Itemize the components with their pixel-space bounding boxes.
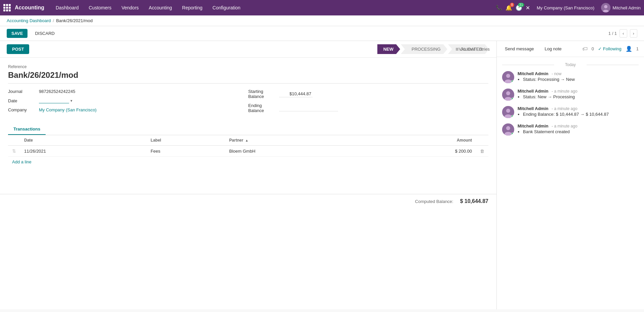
tx-delete[interactable]: 🗑 (476, 146, 488, 157)
chatter-content-4: Bank Statement created (518, 129, 639, 134)
chatter-content-1: Status: Processing → New (518, 77, 639, 82)
tab-transactions[interactable]: Transactions (8, 124, 46, 135)
status-step-new[interactable]: NEW (377, 44, 400, 54)
ending-balance-input[interactable]: $10,644.87 (279, 105, 338, 111)
app-name: Accounting (15, 5, 44, 11)
action-bar-right: 1 / 1 ‹ › (608, 29, 637, 38)
svg-point-13 (506, 126, 510, 130)
date-field-row: Date 11/26/2021 ▾ (8, 98, 248, 103)
avatar-3 (502, 106, 514, 118)
company-label: Company (8, 107, 35, 112)
chatter-message-3: Mitchell Admin - a minute ago Ending Bal… (502, 106, 639, 118)
date-label: Date (8, 98, 35, 103)
chatter-time-4: - a minute ago (552, 124, 578, 128)
content-wrapper: POST NEW PROCESSING VALIDATED ≡ Journal … (0, 41, 644, 309)
app-menu[interactable]: Accounting (3, 4, 44, 11)
company-value[interactable]: My Company (San Francisco) (39, 107, 97, 112)
activity-badge: 31 (518, 3, 524, 7)
table-row: ⇅ 11/26/2021 Fees Bloem GmbH $ 200.00 🗑 (8, 146, 488, 157)
notifications-icon[interactable]: 🔔 8 (505, 5, 512, 11)
chatter-item-4-0: Bank Statement created (523, 129, 639, 134)
nav-customers[interactable]: Customers (84, 0, 116, 15)
date-dropdown-icon[interactable]: ▾ (70, 99, 72, 103)
online-indicator-3 (511, 115, 514, 118)
online-indicator (511, 80, 514, 83)
svg-point-10 (506, 109, 510, 113)
chatter-author-2: Mitchell Admin (518, 89, 548, 94)
discard-button[interactable]: DISCARD (30, 29, 59, 38)
journal-value: 987262524242245 (39, 89, 75, 94)
followers-icon: 🏷 (582, 46, 588, 52)
tx-label[interactable]: Fees (147, 146, 225, 157)
computed-balance-label: Computed Balance: (415, 199, 453, 204)
reference-value: Bank/26/2021/mod (8, 70, 488, 80)
following-button[interactable]: ✓ Following (598, 46, 622, 51)
grid-icon[interactable] (3, 4, 11, 11)
status-step-processing[interactable]: PROCESSING (401, 44, 447, 54)
save-button[interactable]: SAVE (7, 29, 28, 38)
chatter-item-2-0: Status: New → Processing (523, 94, 639, 99)
svg-point-1 (604, 5, 607, 8)
nav-accounting[interactable]: Accounting (144, 0, 177, 15)
form-reference: Reference Bank/26/2021/mod (8, 64, 488, 84)
starting-balance-value: $10,444.87 (279, 91, 313, 97)
send-message-button[interactable]: Send message (502, 45, 537, 53)
right-panel-header: Send message Log note 🏷 0 ✓ Following 👤 … (497, 41, 644, 57)
chatter-content-2: Status: New → Processing (518, 94, 639, 99)
chatter-message-1: Mitchell Admin - now Status: Processing … (502, 71, 639, 83)
starting-balance-label: Starting Balance (248, 89, 275, 99)
pagination: 1 / 1 (608, 31, 617, 36)
th-amount: Amount (370, 135, 476, 146)
tx-amount: $ 200.00 (370, 146, 476, 157)
nav-vendors[interactable]: Vendors (117, 0, 143, 15)
rph-right: 🏷 0 ✓ Following 👤 1 (582, 46, 639, 52)
chatter-content-3: Ending Balance: $ 10,444.87 → $ 10,644.8… (518, 112, 639, 117)
log-note-button[interactable]: Log note (542, 45, 565, 53)
journal-field-row: Journal 987262524242245 (8, 89, 248, 94)
th-partner: Partner ▲ (225, 135, 370, 146)
activity-icon[interactable]: 🕐 31 (516, 5, 522, 11)
chatter-item-1-0: Status: Processing → New (523, 77, 639, 82)
company-name: My Company (San Francisco) (537, 5, 594, 10)
company-field-row: Company My Company (San Francisco) (8, 107, 248, 112)
date-input[interactable]: 11/26/2021 (39, 98, 69, 103)
notifications-badge: 8 (510, 3, 515, 7)
next-record-button[interactable]: › (630, 29, 637, 38)
journal-entries-button[interactable]: ≡ Journal Entries (455, 46, 490, 52)
th-actions (476, 135, 488, 146)
computed-balance-value: $ 10,644.87 (460, 198, 488, 204)
partner-sort-icon[interactable]: ▲ (245, 139, 249, 142)
tx-partner[interactable]: Bloem GmbH (225, 146, 370, 157)
close-icon[interactable]: ✕ (526, 5, 530, 11)
form-left: Journal 987262524242245 Date 11/26/2021 … (8, 89, 248, 117)
nav-configuration[interactable]: Configuration (208, 0, 245, 15)
action-bar-left: SAVE DISCARD (7, 29, 59, 38)
chatter-item-3-0: Ending Balance: $ 10,444.87 → $ 10,644.8… (523, 112, 639, 117)
breadcrumb-separator: / (53, 18, 54, 23)
action-bar: SAVE DISCARD 1 / 1 ‹ › (0, 26, 644, 41)
th-drag (8, 135, 20, 146)
status-bar-wrapper: POST NEW PROCESSING VALIDATED ≡ Journal … (0, 41, 496, 58)
tx-date[interactable]: 11/26/2021 (20, 146, 147, 157)
add-line-button[interactable]: Add a line (8, 157, 36, 167)
chatter-message-4: Mitchell Admin - a minute ago Bank State… (502, 123, 639, 136)
chatter-author-1: Mitchell Admin (518, 71, 548, 76)
breadcrumb-current: Bank/26/2021/mod (56, 18, 93, 23)
table-header-row: Date Label Partner ▲ Amount (8, 135, 488, 146)
prev-record-button[interactable]: ‹ (620, 29, 627, 38)
ending-balance-label: Ending Balance (248, 103, 275, 113)
drag-handle-cell[interactable]: ⇅ (8, 146, 20, 157)
phone-icon[interactable]: 📞 (496, 5, 502, 11)
journal-entries-icon: ≡ (455, 46, 459, 52)
chatter-body-4: Mitchell Admin - a minute ago Bank State… (518, 123, 639, 136)
breadcrumb-home[interactable]: Accounting Dashboard (7, 18, 51, 23)
computed-balance: Computed Balance: $ 10,644.87 (0, 194, 496, 208)
user-menu[interactable]: Mitchell Admin (601, 3, 641, 12)
svg-point-7 (506, 91, 510, 95)
post-button[interactable]: POST (7, 44, 29, 54)
form-right: Starting Balance $10,444.87 Ending Balan… (248, 89, 488, 117)
avatar-2 (502, 89, 514, 101)
nav-dashboard[interactable]: Dashboard (51, 0, 84, 15)
nav-reporting[interactable]: Reporting (177, 0, 207, 15)
online-indicator-2 (511, 98, 514, 100)
